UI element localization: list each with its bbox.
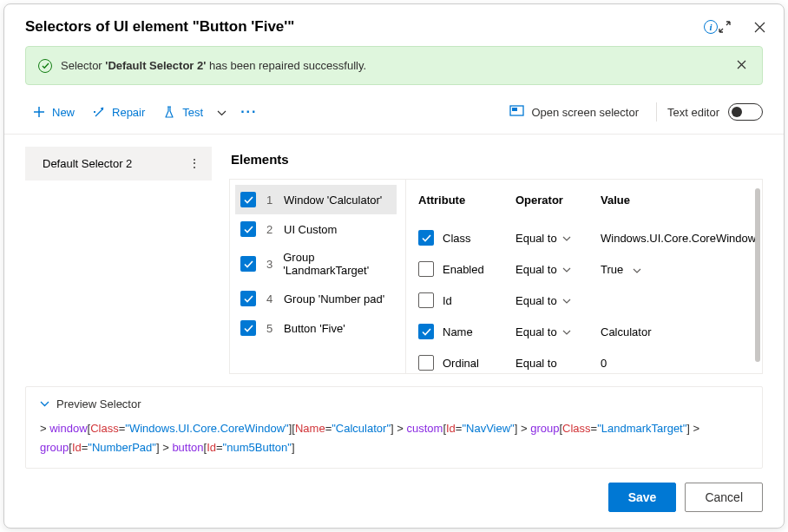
preview-token: custom	[406, 422, 443, 435]
preview-token: group	[40, 441, 69, 454]
success-check-icon	[38, 59, 52, 73]
element-row[interactable]: 1Window 'Calculator'	[235, 185, 397, 214]
new-button[interactable]: New	[25, 100, 82, 124]
attribute-operator: Equal to	[515, 325, 557, 338]
preview-token: "LandmarkTarget"	[597, 422, 686, 435]
preview-token: window	[49, 422, 87, 435]
attribute-checkbox[interactable]	[418, 261, 434, 277]
preview-token: Class	[562, 422, 591, 435]
info-icon[interactable]: i	[704, 20, 718, 34]
save-button[interactable]: Save	[608, 483, 677, 512]
notification-bar: Selector 'Default Selector 2' has been r…	[25, 46, 763, 85]
element-label: Button 'Five'	[284, 322, 345, 335]
dialog-title: Selectors of UI element "Button 'Five'"	[25, 18, 695, 36]
toolbar: New Repair Test ··· Open screen selector…	[4, 94, 784, 135]
preview-token: >	[690, 422, 699, 435]
attribute-row: NameEqual toCalculator	[418, 316, 757, 347]
chevron-down-icon	[40, 401, 49, 407]
repair-button[interactable]: Repair	[85, 100, 152, 124]
text-editor-label: Text editor	[667, 106, 719, 119]
preview-token: >	[160, 441, 173, 454]
attribute-name: Class	[443, 232, 471, 245]
preview-token: >	[40, 422, 49, 435]
element-index: 4	[266, 292, 273, 305]
preview-selector-text: > window[Class="Windows.UI.Core.CoreWind…	[40, 419, 748, 457]
test-dropdown-chevron[interactable]	[213, 99, 230, 125]
chevron-down-icon[interactable]	[562, 265, 571, 274]
test-label: Test	[182, 106, 203, 119]
attribute-value: Windows.UI.Core.CoreWindow	[601, 232, 756, 245]
new-label: New	[52, 106, 75, 119]
chevron-down-icon[interactable]	[562, 327, 571, 337]
elements-list: 1Window 'Calculator'2UI Custom3Group 'La…	[230, 180, 405, 373]
close-icon[interactable]	[752, 20, 766, 34]
preview-token: "Windows.UI.Core.CoreWindow"	[125, 422, 288, 435]
attribute-row: OrdinalEqual to0	[418, 347, 757, 373]
element-index: 1	[266, 194, 273, 207]
element-checkbox[interactable]	[240, 192, 256, 207]
element-row[interactable]: 4Group 'Number pad'	[235, 284, 397, 313]
element-index: 5	[266, 322, 273, 335]
preview-token: Name	[295, 422, 325, 435]
notification-message: Selector 'Default Selector 2' has been r…	[61, 59, 733, 72]
selector-item-menu-icon[interactable]: ⋮	[187, 158, 201, 168]
expand-icon[interactable]	[718, 20, 732, 34]
preview-toggle[interactable]: Preview Selector	[40, 397, 748, 410]
attribute-row: ClassEqual toWindows.UI.Core.CoreWindow	[418, 222, 757, 253]
element-label: Group 'LandmarkTarget'	[283, 251, 391, 277]
element-checkbox[interactable]	[240, 256, 256, 272]
preview-token: Id	[446, 422, 456, 435]
element-row[interactable]: 3Group 'LandmarkTarget'	[235, 244, 397, 284]
attribute-row: IdEqual to	[418, 285, 757, 316]
attributes-panel: Attribute Operator Value ClassEqual toWi…	[405, 180, 762, 373]
attribute-value: True	[601, 263, 623, 276]
preview-token: >	[517, 422, 530, 435]
repair-label: Repair	[112, 106, 145, 119]
preview-token: ]	[292, 441, 295, 454]
attribute-name: Ordinal	[443, 357, 479, 370]
chevron-down-icon[interactable]	[633, 266, 641, 275]
element-label: Group 'Number pad'	[284, 292, 384, 305]
attribute-operator: Equal to	[515, 294, 557, 307]
element-checkbox[interactable]	[240, 221, 256, 237]
element-row[interactable]: 5Button 'Five'	[235, 313, 397, 343]
plus-icon	[32, 105, 46, 119]
preview-token: "NumberPad"	[88, 441, 156, 454]
preview-token: Class	[90, 422, 119, 435]
element-row[interactable]: 2UI Custom	[235, 214, 397, 244]
chevron-down-icon[interactable]	[562, 296, 571, 305]
attribute-value: Calculator	[601, 325, 652, 338]
elements-header: Elements	[229, 147, 763, 179]
notification-close-icon[interactable]	[733, 56, 750, 76]
screen-icon	[509, 105, 524, 120]
preview-label: Preview Selector	[56, 397, 141, 410]
attribute-name: Enabled	[443, 263, 484, 276]
cancel-button[interactable]: Cancel	[685, 483, 763, 512]
preview-token: Id	[72, 441, 82, 454]
open-screen-selector-button[interactable]: Open screen selector	[502, 100, 646, 125]
more-actions-icon[interactable]: ···	[233, 99, 264, 125]
element-checkbox[interactable]	[240, 320, 256, 336]
scrollbar[interactable]	[755, 188, 760, 362]
element-checkbox[interactable]	[240, 291, 256, 306]
flask-icon	[162, 105, 176, 119]
attribute-checkbox[interactable]	[418, 355, 434, 371]
preview-token: "num5Button"	[223, 441, 292, 454]
preview-token: button	[172, 441, 203, 454]
attribute-operator: Equal to	[515, 232, 557, 245]
attribute-operator: Equal to	[515, 263, 557, 276]
attribute-operator: Equal to	[515, 357, 557, 370]
preview-token: group	[530, 422, 559, 435]
svg-rect-1	[512, 108, 517, 111]
preview-token: =	[216, 441, 223, 454]
element-label: Window 'Calculator'	[284, 194, 382, 207]
attribute-checkbox[interactable]	[418, 230, 434, 246]
attribute-checkbox[interactable]	[418, 292, 434, 308]
chevron-down-icon[interactable]	[562, 233, 571, 243]
text-editor-toggle[interactable]	[728, 103, 763, 121]
attribute-checkbox[interactable]	[418, 324, 434, 339]
selector-item[interactable]: Default Selector 2 ⋮	[25, 147, 212, 181]
test-button[interactable]: Test	[155, 100, 210, 124]
col-operator-header: Operator	[515, 194, 601, 207]
wand-icon	[92, 105, 106, 119]
